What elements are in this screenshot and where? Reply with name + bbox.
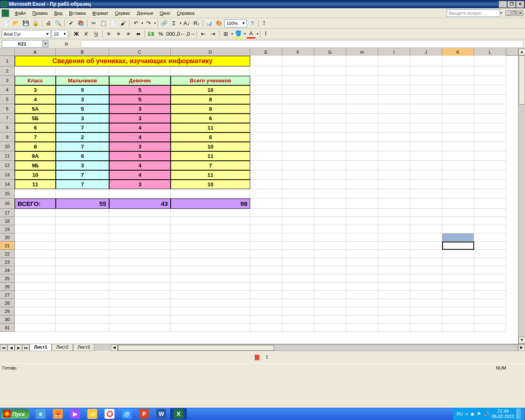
cell[interactable] xyxy=(410,217,442,225)
row-header-28[interactable]: 28 xyxy=(0,299,15,307)
new-button[interactable]: 📄 xyxy=(2,19,11,28)
cell[interactable] xyxy=(282,217,314,225)
cell[interactable] xyxy=(474,258,506,266)
column-header-J[interactable]: J xyxy=(410,48,442,56)
cell[interactable] xyxy=(378,274,410,283)
cell[interactable] xyxy=(314,170,346,180)
language-indicator[interactable]: RU xyxy=(457,411,463,416)
cell[interactable] xyxy=(109,307,171,315)
cell[interactable] xyxy=(410,161,442,170)
cell[interactable] xyxy=(442,95,474,104)
cell[interactable] xyxy=(346,85,378,95)
row-header-16[interactable]: 16 xyxy=(0,199,15,209)
fill-color-button[interactable]: 🪣 xyxy=(234,30,243,39)
research-button[interactable]: 📚 xyxy=(76,19,85,28)
cell[interactable] xyxy=(250,114,282,123)
cell[interactable] xyxy=(282,283,314,291)
toolbar-options-icon[interactable]: ⠇ xyxy=(263,353,272,362)
cell[interactable] xyxy=(410,274,442,283)
cell[interactable] xyxy=(314,250,346,258)
percent-button[interactable]: % xyxy=(156,30,165,39)
cell[interactable] xyxy=(410,114,442,123)
help-dropdown-icon[interactable]: ▾ xyxy=(500,11,502,15)
column-header-H[interactable]: H xyxy=(346,48,378,56)
total-value[interactable]: 43 xyxy=(109,199,171,209)
tray-clock[interactable]: 21:49 06.02.2012 xyxy=(492,409,514,419)
cell[interactable] xyxy=(282,324,314,332)
cell[interactable] xyxy=(410,283,442,291)
taskbar-app[interactable]: W xyxy=(153,409,169,419)
cell[interactable] xyxy=(474,283,506,291)
cell[interactable] xyxy=(282,180,314,189)
cell[interactable] xyxy=(56,189,109,199)
cell[interactable] xyxy=(250,142,282,151)
cell[interactable] xyxy=(346,95,378,104)
cell[interactable] xyxy=(282,123,314,132)
total-value[interactable]: 55 xyxy=(56,199,109,209)
print-preview-button[interactable]: 🔍 xyxy=(54,19,63,28)
data-cell[interactable]: 8 xyxy=(171,104,250,114)
align-center-button[interactable]: ≡ xyxy=(114,30,123,39)
cell[interactable] xyxy=(109,299,171,307)
sheet-tab-Лист1[interactable]: Лист1 xyxy=(30,344,52,351)
cell[interactable] xyxy=(442,242,474,250)
cell[interactable] xyxy=(346,274,378,283)
menu-данные[interactable]: Данные xyxy=(134,10,157,16)
row-header-2[interactable]: 2 xyxy=(0,66,15,76)
cell[interactable] xyxy=(282,299,314,307)
app-menu-icon[interactable] xyxy=(2,9,9,17)
cell[interactable] xyxy=(109,266,171,274)
minimize-button[interactable]: _ xyxy=(499,1,507,8)
menu-справка[interactable]: Справка xyxy=(173,10,198,16)
start-button[interactable]: Пуск xyxy=(1,409,30,419)
cell[interactable] xyxy=(56,66,109,76)
cell[interactable] xyxy=(314,266,346,274)
row-header-23[interactable]: 23 xyxy=(0,258,15,266)
cell[interactable] xyxy=(378,142,410,151)
menu-вставка[interactable]: Вставка xyxy=(66,10,89,16)
cell[interactable] xyxy=(56,217,109,225)
data-cell[interactable]: 5 xyxy=(109,95,171,104)
cell[interactable] xyxy=(56,209,109,217)
cell[interactable] xyxy=(346,217,378,225)
cell[interactable] xyxy=(282,189,314,199)
row-header-12[interactable]: 12 xyxy=(0,161,15,170)
autosum-button[interactable]: Σ xyxy=(169,19,178,28)
cell[interactable] xyxy=(250,283,282,291)
cell[interactable] xyxy=(15,242,56,250)
cell[interactable] xyxy=(474,233,506,242)
cell[interactable] xyxy=(282,233,314,242)
row-header-24[interactable]: 24 xyxy=(0,266,15,274)
data-cell[interactable]: 7 xyxy=(56,142,109,151)
cell[interactable] xyxy=(346,151,378,161)
formula-input[interactable] xyxy=(81,40,523,48)
cell[interactable] xyxy=(109,233,171,242)
cell[interactable] xyxy=(410,180,442,189)
taskbar-app[interactable]: ▶ xyxy=(67,409,83,419)
cell[interactable] xyxy=(442,85,474,95)
workbook-restore-button[interactable]: ❐ xyxy=(511,10,517,16)
taskbar-app[interactable]: @ xyxy=(119,409,135,419)
cell[interactable] xyxy=(282,142,314,151)
cell[interactable] xyxy=(378,151,410,161)
data-cell[interactable]: 10 xyxy=(171,180,250,189)
cell[interactable] xyxy=(56,233,109,242)
cell[interactable] xyxy=(282,161,314,170)
font-name-select[interactable]: Arial Cyr▾ xyxy=(2,30,51,38)
tray-flag-icon[interactable]: ⚑ xyxy=(477,411,481,417)
table-header[interactable]: Класс xyxy=(15,76,56,85)
cell[interactable] xyxy=(474,132,506,142)
cell[interactable] xyxy=(282,132,314,142)
row-header-8[interactable]: 8 xyxy=(0,123,15,132)
cell[interactable] xyxy=(442,291,474,299)
cell[interactable] xyxy=(378,132,410,142)
cell[interactable] xyxy=(250,189,282,199)
cell[interactable] xyxy=(56,291,109,299)
cell[interactable] xyxy=(410,132,442,142)
tray-volume-icon[interactable]: 🔊 xyxy=(484,411,489,417)
cell[interactable] xyxy=(474,85,506,95)
cell[interactable] xyxy=(250,233,282,242)
cell[interactable] xyxy=(378,66,410,76)
cell[interactable] xyxy=(56,258,109,266)
cell[interactable] xyxy=(314,189,346,199)
